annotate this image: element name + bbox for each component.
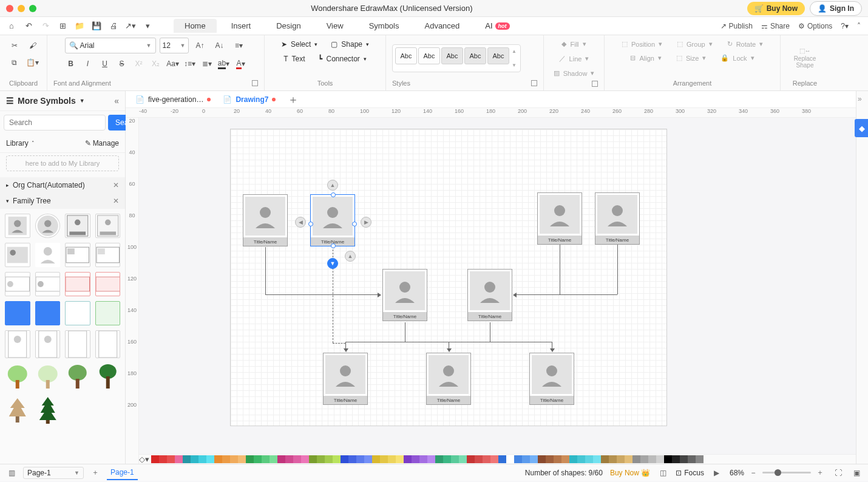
color-swatch[interactable]	[475, 455, 483, 463]
paste-button[interactable]: 📋▾	[25, 55, 41, 70]
color-swatch[interactable]	[380, 455, 388, 463]
lock-button[interactable]: 🔒Lock▾	[717, 52, 758, 64]
color-swatch[interactable]	[317, 455, 325, 463]
copy-button[interactable]: ⧉	[7, 55, 22, 70]
family-card[interactable]: Title/Name	[382, 269, 427, 321]
zoom-slider-knob[interactable]	[775, 469, 781, 476]
color-swatch[interactable]	[222, 455, 230, 463]
symbol-tree-thumb[interactable]	[65, 363, 90, 391]
underline-button[interactable]: U	[97, 56, 113, 72]
home-icon[interactable]: ⌂	[5, 19, 18, 33]
tab-home[interactable]: Home	[174, 19, 217, 33]
family-card[interactable]: Title/Name	[323, 353, 368, 405]
canvas[interactable]: Title/Name Title/Name ▲ ◀ ▶ ▲ ▼ Title/Na…	[139, 118, 856, 454]
font-size-select[interactable]: 12▼	[160, 38, 189, 53]
style-option-3[interactable]: Abc	[441, 47, 463, 64]
bucket-icon[interactable]: ◇▾	[139, 455, 151, 464]
rotate-button[interactable]: ↻Rotate▾	[724, 38, 767, 50]
symbol-search-input[interactable]	[4, 115, 106, 131]
color-swatch[interactable]	[238, 455, 246, 463]
tab-insert[interactable]: Insert	[220, 19, 262, 33]
fill-button[interactable]: ◆Fill▾	[558, 38, 589, 50]
close-section-button[interactable]: ✕	[113, 197, 119, 205]
format-panel-toggle[interactable]: ◆	[855, 119, 868, 137]
color-swatch[interactable]	[490, 455, 498, 463]
doc-tab-1[interactable]: 📄five-generation…	[131, 93, 215, 106]
color-swatch[interactable]	[696, 455, 704, 463]
color-swatch[interactable]	[609, 455, 617, 463]
color-swatch[interactable]	[214, 455, 222, 463]
color-swatch[interactable]	[498, 455, 506, 463]
bold-button[interactable]: B	[63, 56, 79, 72]
symbol-thumb[interactable]	[35, 214, 61, 238]
color-swatch[interactable]	[388, 455, 396, 463]
close-section-button[interactable]: ✕	[113, 181, 119, 189]
print-button[interactable]: 🖨	[107, 19, 120, 33]
color-swatch[interactable]	[412, 455, 419, 463]
layers-button[interactable]: ◫	[657, 467, 668, 478]
symbol-thumb[interactable]	[95, 243, 121, 267]
tab-design[interactable]: Design	[265, 19, 311, 33]
group-button[interactable]: ⬚Group▾	[673, 38, 716, 50]
collapse-ribbon-button[interactable]: ˄	[857, 22, 861, 30]
tab-advanced[interactable]: Advanced	[413, 19, 470, 33]
color-swatch[interactable]	[640, 455, 648, 463]
selection-handle[interactable]	[331, 192, 336, 197]
symbol-thumb[interactable]	[65, 330, 90, 358]
undo-button[interactable]: ↶	[22, 19, 35, 33]
color-swatch[interactable]	[467, 455, 475, 463]
presentation-button[interactable]: ▶	[711, 467, 722, 478]
add-below-handle[interactable]: ▼	[327, 258, 338, 269]
zoom-in-button[interactable]: ＋	[815, 467, 826, 478]
symbol-thumb[interactable]	[5, 243, 30, 267]
buy-now-button[interactable]: 🛒 Buy Now	[747, 2, 805, 15]
options-button[interactable]: ⚙Options	[798, 22, 832, 30]
color-swatch[interactable]	[506, 455, 514, 463]
color-swatch[interactable]	[483, 455, 490, 463]
color-swatch[interactable]	[364, 455, 372, 463]
selection-handle[interactable]	[352, 222, 357, 226]
color-swatch[interactable]	[254, 455, 262, 463]
family-card[interactable]: Title/Name	[243, 194, 288, 246]
align-menu-button[interactable]: ≡▾	[231, 38, 247, 53]
decrease-font-button[interactable]: A↓	[212, 38, 228, 53]
color-swatch[interactable]	[348, 455, 356, 463]
color-swatch[interactable]	[246, 455, 254, 463]
family-card[interactable]: Title/Name	[529, 353, 574, 405]
add-left-handle[interactable]: ◀	[295, 217, 306, 228]
highlight-button[interactable]: ab▾	[216, 56, 232, 72]
color-swatch[interactable]	[293, 455, 301, 463]
symbol-thumb[interactable]	[35, 272, 61, 296]
font-name-select[interactable]: 🔍Arial▼	[65, 38, 156, 53]
connector-line[interactable]	[552, 342, 552, 351]
format-dialog-launcher[interactable]	[592, 81, 598, 87]
selection-handle[interactable]	[331, 243, 336, 248]
color-swatch[interactable]	[617, 455, 625, 463]
color-swatch[interactable]	[514, 455, 522, 463]
style-option-5[interactable]: Abc	[487, 47, 509, 64]
color-swatch[interactable]	[262, 455, 270, 463]
color-swatch[interactable]	[451, 455, 459, 463]
connector-tool-button[interactable]: ┗Connector▾	[314, 52, 370, 66]
color-swatch[interactable]	[593, 455, 601, 463]
superscript-button[interactable]: X²	[131, 56, 147, 72]
color-swatch[interactable]	[672, 455, 680, 463]
color-swatch[interactable]	[341, 455, 348, 463]
color-swatch[interactable]	[206, 455, 214, 463]
case-button[interactable]: Aa▾	[165, 56, 181, 72]
doc-tab-2[interactable]: 📄Drawing7	[218, 93, 280, 106]
color-swatch[interactable]	[459, 455, 467, 463]
color-swatch[interactable]	[333, 455, 341, 463]
color-swatch[interactable]	[198, 455, 206, 463]
window-maximize[interactable]	[29, 5, 36, 12]
help-button[interactable]: ?▾	[841, 22, 849, 30]
style-option-4[interactable]: Abc	[464, 47, 486, 64]
color-swatch[interactable]	[372, 455, 380, 463]
connector-line[interactable]	[265, 247, 266, 294]
new-file-button[interactable]: ⊞	[56, 19, 69, 33]
increase-font-button[interactable]: A↑	[192, 38, 208, 53]
family-card[interactable]: Title/Name	[467, 269, 512, 321]
page-tab[interactable]: Page-1	[107, 466, 138, 480]
color-swatch[interactable]	[601, 455, 609, 463]
manage-button[interactable]: ✎Manage	[85, 139, 119, 148]
